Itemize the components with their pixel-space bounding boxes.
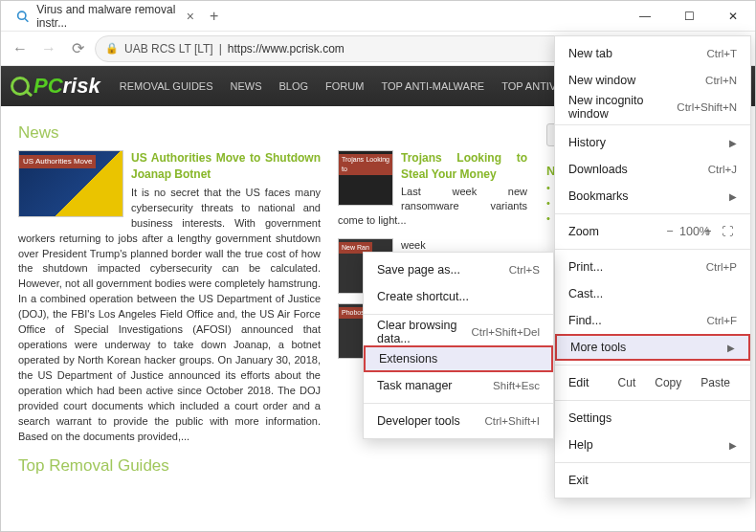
browser-window: Virus and malware removal instr... × + —… (0, 0, 756, 532)
chevron-right-icon: ▶ (729, 440, 737, 451)
edit-paste-button[interactable]: Paste (691, 373, 740, 392)
site-logo[interactable]: PCrisk (11, 71, 100, 101)
menu-label: Print... (568, 260, 603, 274)
menu-downloads[interactable]: DownloadsCtrl+J (555, 156, 750, 183)
section-header-guides: Top Removal Guides (18, 456, 527, 476)
menu-separator (555, 249, 750, 250)
menu-label: Find... (568, 314, 602, 327)
titlebar: Virus and malware removal instr... × + —… (1, 1, 755, 32)
submenu-task-manager[interactable]: Task managerShift+Esc (364, 372, 553, 399)
shortcut-text: Ctrl+Shift+N (677, 101, 737, 113)
browser-tab[interactable]: Virus and malware removal instr... × (1, 1, 202, 32)
shortcut-text: Ctrl+P (706, 261, 737, 273)
menu-label: New window (568, 74, 635, 87)
menu-bookmarks[interactable]: Bookmarks▶ (555, 183, 750, 210)
shortcut-text: Ctrl+J (708, 164, 737, 175)
new-tab-button[interactable]: + (210, 8, 218, 25)
menu-separator (555, 462, 750, 463)
menu-label: Exit (568, 474, 589, 487)
chrome-main-menu: New tabCtrl+T New windowCtrl+N New incog… (554, 35, 751, 499)
menu-cast[interactable]: Cast... (555, 280, 750, 307)
menu-new-window[interactable]: New windowCtrl+N (555, 67, 750, 94)
url-separator: | (219, 42, 222, 55)
back-button[interactable]: ← (9, 37, 32, 60)
url-text: https://www.pcrisk.com (228, 42, 345, 55)
svg-line-1 (25, 18, 28, 21)
navitem-blog[interactable]: BLOG (279, 80, 309, 92)
article1-body: It is no secret that the US faces many c… (18, 187, 321, 442)
shortcut-text: Ctrl+Shift+I (484, 415, 540, 427)
menu-label: Bookmarks (568, 189, 629, 203)
lock-icon: 🔒 (105, 42, 119, 55)
navitem-anti-malware[interactable]: TOP ANTI-MALWARE (381, 80, 484, 92)
menu-label: New tab (568, 47, 612, 60)
menu-more-tools[interactable]: More tools▶ (555, 334, 750, 361)
menu-zoom: Zoom − 100% + ⛶ (555, 218, 750, 245)
menu-label: Create shortcut... (377, 290, 469, 303)
submenu-create-shortcut[interactable]: Create shortcut... (364, 283, 553, 310)
close-tab-icon[interactable]: × (187, 9, 194, 24)
menu-separator (555, 400, 750, 401)
menu-help[interactable]: Help▶ (555, 432, 750, 458)
chevron-right-icon: ▶ (729, 138, 737, 148)
menu-exit[interactable]: Exit (555, 467, 750, 494)
section-header-news: News (18, 123, 527, 143)
menu-label: More tools (570, 341, 626, 354)
logo-text-pc: PC (33, 74, 63, 99)
menu-label: Zoom (568, 225, 599, 238)
site-favicon (16, 9, 29, 24)
submenu-developer-tools[interactable]: Developer toolsCtrl+Shift+I (364, 408, 553, 434)
shortcut-text: Ctrl+N (705, 75, 737, 86)
menu-label: Downloads (568, 163, 628, 176)
shortcut-text: Ctrl+F (706, 315, 737, 326)
submenu-extensions[interactable]: Extensions (364, 345, 553, 372)
menu-new-tab[interactable]: New tabCtrl+T (555, 40, 750, 67)
navitem-removal-guides[interactable]: REMOVAL GUIDES (120, 80, 213, 92)
article2-overlay: Trojans Looking to (339, 154, 392, 175)
more-tools-submenu: Save page as...Ctrl+S Create shortcut...… (363, 252, 554, 439)
menu-separator (364, 314, 553, 315)
navitem-news[interactable]: NEWS (231, 80, 262, 92)
article1-thumbnail[interactable]: US Authorities Move (18, 150, 123, 217)
submenu-clear-browsing-data[interactable]: Clear browsing data...Ctrl+Shift+Del (364, 319, 553, 345)
menu-separator (555, 124, 750, 125)
shortcut-text: Ctrl+S (509, 264, 540, 276)
article3-body: week (401, 239, 426, 251)
reload-button[interactable]: ⟳ (66, 37, 89, 60)
menu-settings[interactable]: Settings (555, 405, 750, 432)
menu-label: New incognito window (568, 94, 677, 121)
menu-incognito[interactable]: New incognito windowCtrl+Shift+N (555, 94, 750, 121)
navitem-forum[interactable]: FORUM (325, 80, 364, 92)
forward-button: → (37, 37, 60, 60)
edit-cut-button[interactable]: Cut (609, 373, 646, 392)
menu-label: Clear browsing data... (377, 319, 471, 345)
menu-separator (555, 213, 750, 214)
article1-overlay: US Authorities Move (19, 155, 96, 168)
zoom-in-button[interactable]: + (699, 225, 718, 238)
news-article-1: US Authorities Move US Authorities Move … (18, 150, 321, 445)
submenu-save-page[interactable]: Save page as...Ctrl+S (364, 256, 553, 283)
site-identity: UAB RCS LT [LT] (124, 42, 213, 55)
fullscreen-icon[interactable]: ⛶ (718, 225, 737, 238)
edit-copy-button[interactable]: Copy (645, 373, 691, 392)
menu-find[interactable]: Find...Ctrl+F (555, 307, 750, 334)
logo-text-risk: risk (63, 74, 100, 99)
svg-point-0 (18, 11, 26, 19)
shortcut-text: Ctrl+T (706, 48, 737, 59)
menu-label: Cast... (568, 287, 603, 300)
menu-separator (364, 403, 553, 404)
close-window-button[interactable]: ✕ (711, 1, 755, 32)
article2-thumbnail[interactable]: Trojans Looking to (338, 150, 393, 206)
menu-label: Help (568, 438, 593, 452)
minimize-button[interactable]: — (623, 1, 667, 32)
menu-label: Edit (568, 376, 589, 389)
menu-print[interactable]: Print...Ctrl+P (555, 254, 750, 280)
maximize-button[interactable]: ☐ (667, 1, 711, 32)
menu-separator (555, 365, 750, 366)
menu-label: Save page as... (377, 263, 460, 277)
menu-label: Task manager (377, 379, 453, 392)
menu-edit: Edit Cut Copy Paste (555, 369, 750, 396)
menu-history[interactable]: History▶ (555, 129, 750, 156)
zoom-out-button[interactable]: − (660, 225, 679, 238)
tab-title: Virus and malware removal instr... (36, 3, 179, 30)
